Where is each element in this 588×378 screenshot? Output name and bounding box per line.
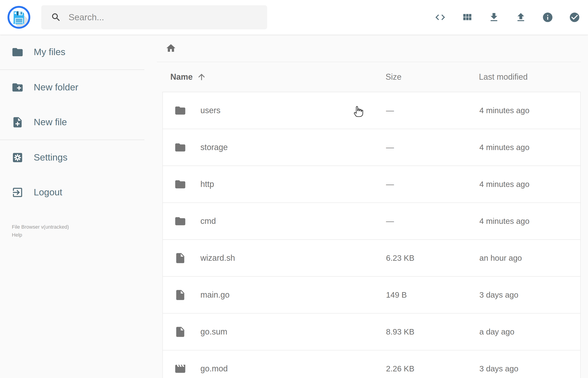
file-size: — (386, 216, 479, 226)
folder-icon (174, 178, 186, 190)
arrow-up-icon (197, 72, 206, 82)
file-modified: 3 days ago (479, 364, 580, 373)
file-row[interactable]: main.go 149 B 3 days ago (163, 277, 580, 313)
file-browser-app: My files New folder New file (0, 0, 588, 378)
code-icon (435, 12, 446, 23)
logout-icon (11, 186, 24, 199)
file-row[interactable]: go.mod 2.26 KB 3 days ago (163, 351, 580, 378)
sidebar-item-new-file[interactable]: New file (0, 105, 144, 140)
folder-icon (174, 105, 186, 117)
file-modified: 3 days ago (479, 290, 580, 299)
sidebar-item-logout[interactable]: Logout (0, 175, 144, 210)
upload-button[interactable] (514, 11, 527, 24)
sidebar-item-label: New folder (34, 82, 78, 93)
file-modified: 4 minutes ago (479, 216, 580, 226)
main-content: Name Size Last modified (144, 35, 588, 378)
file-size: — (386, 180, 479, 189)
floppy-disk-icon (9, 8, 28, 27)
file-size: 2.26 KB (386, 364, 479, 373)
home-icon (166, 43, 176, 54)
file-icon (174, 289, 186, 301)
file-row[interactable]: http — 4 minutes ago (163, 166, 580, 203)
shell-button[interactable] (434, 11, 447, 24)
search-bar[interactable] (41, 5, 267, 29)
listing-header: Name Size Last modified (162, 62, 581, 92)
app-logo[interactable] (8, 6, 30, 29)
file-modified: an hour ago (479, 254, 580, 263)
file-name: http (200, 179, 214, 189)
file-size: 6.23 KB (386, 254, 479, 263)
file-size: 149 B (386, 290, 479, 299)
sidebar-item-label: New file (34, 117, 67, 128)
file-row[interactable]: cmd — 4 minutes ago (163, 203, 580, 240)
folder-icon (11, 46, 24, 58)
sidebar-item-settings[interactable]: Settings (0, 140, 144, 175)
file-row[interactable]: wizard.sh 6.23 KB an hour ago (163, 240, 580, 277)
search-icon (51, 12, 61, 23)
sidebar-footer: File Browser v(untracked) Help (0, 223, 144, 239)
toolbar (434, 11, 581, 24)
sidebar: My files New folder New file (0, 35, 144, 378)
sidebar-item-label: Logout (34, 187, 62, 198)
switch-view-button[interactable] (460, 11, 474, 24)
file-icon (174, 252, 186, 264)
file-name: users (200, 106, 220, 115)
help-link[interactable]: Help (12, 232, 22, 238)
select-multiple-button[interactable] (568, 11, 581, 24)
file-name: wizard.sh (200, 253, 235, 263)
folder-icon (174, 215, 186, 227)
sidebar-item-label: My files (34, 47, 65, 57)
column-header-size[interactable]: Size (386, 72, 479, 82)
sidebar-item-label: Settings (34, 152, 67, 163)
file-row[interactable]: storage — 4 minutes ago (163, 129, 580, 166)
info-button[interactable] (541, 11, 554, 24)
download-button[interactable] (487, 11, 501, 24)
file-icon (174, 326, 186, 338)
file-name: go.mod (200, 364, 228, 373)
folder-icon (174, 141, 186, 153)
download-icon (488, 12, 500, 23)
check-circle-icon (569, 12, 580, 23)
info-icon (542, 12, 553, 23)
file-name: main.go (200, 290, 229, 300)
file-size: — (386, 143, 479, 152)
search-input[interactable] (68, 12, 258, 22)
new-folder-icon (11, 81, 24, 94)
file-modified: a day ago (479, 327, 580, 336)
upload-icon (515, 12, 526, 23)
top-bar (0, 0, 588, 35)
column-header-name[interactable]: Name (162, 72, 386, 82)
movie-icon (174, 363, 186, 375)
file-size: — (386, 106, 479, 115)
file-name: cmd (200, 216, 216, 226)
sidebar-item-my-files[interactable]: My files (0, 35, 144, 69)
file-row[interactable]: users — 4 minutes ago (163, 92, 580, 129)
file-modified: 4 minutes ago (479, 180, 580, 189)
file-name: go.sum (200, 327, 227, 337)
file-modified: 4 minutes ago (479, 106, 580, 115)
file-listing: users — 4 minutes ago storag (162, 92, 581, 378)
sidebar-item-new-folder[interactable]: New folder (0, 70, 144, 105)
settings-icon (11, 151, 24, 164)
app-version: File Browser v(untracked) (12, 223, 144, 231)
grid-view-icon (461, 12, 473, 23)
breadcrumb (157, 35, 581, 62)
column-header-modified[interactable]: Last modified (479, 72, 581, 82)
new-file-icon (11, 116, 24, 128)
file-row[interactable]: go.sum 8.93 KB a day ago (163, 313, 580, 351)
breadcrumb-home-button[interactable] (165, 42, 177, 54)
file-size: 8.93 KB (386, 327, 479, 336)
file-name: storage (200, 143, 228, 152)
file-modified: 4 minutes ago (479, 143, 580, 152)
